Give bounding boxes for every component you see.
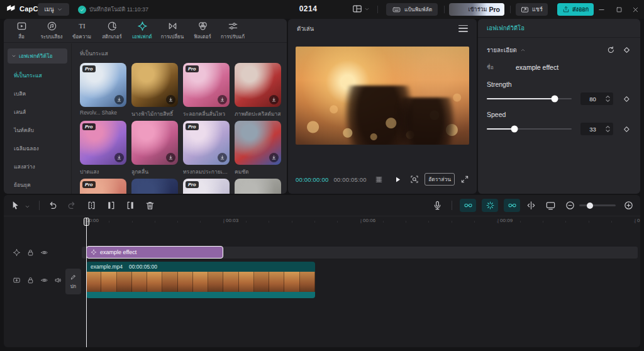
sidebar-item[interactable]: ไนท์คลับ [4,121,71,139]
cover-button[interactable]: ปก [65,269,81,294]
visibility-icon[interactable] [40,248,48,257]
effect-thumbnail[interactable] [131,121,178,165]
redo-icon[interactable] [67,200,77,211]
effect-thumbnail[interactable]: Pro [183,121,230,165]
effect-thumbnail[interactable] [235,179,281,194]
sidebar-group-video-effects[interactable]: เอฟเฟกต์วิดีโอ [8,48,67,64]
snap-toggle[interactable] [460,199,476,212]
delete-icon[interactable] [145,200,155,211]
inspector-tab[interactable]: เอฟเฟกต์วิดีโอ [478,19,640,38]
join-pro-button[interactable]: เข้าร่วมPro [449,3,504,16]
effect-card[interactable]: นางฟ้าไม้กายสิทธิ์ [131,63,178,120]
keyframe-icon[interactable] [622,125,631,134]
effect-thumbnail[interactable] [235,121,281,165]
video-clip[interactable]: example.mp4 00:00:05:00 [86,262,315,298]
effect-card[interactable]: Pro [80,179,126,194]
play-button[interactable] [394,176,402,184]
stepper-icon[interactable] [605,125,611,133]
effect-thumbnail[interactable]: Pro [183,63,230,107]
split-icon[interactable] [86,200,97,211]
tab-effects[interactable]: เอฟเฟกต์ [127,19,157,43]
select-tool-icon[interactable] [10,200,21,211]
window-close-button[interactable] [630,4,640,14]
download-button[interactable] [114,153,124,162]
slider-track[interactable] [487,98,572,100]
collapse-icon[interactable] [520,47,526,53]
zoom-slider-thumb[interactable] [587,203,593,209]
download-button[interactable] [166,153,175,162]
ripple-icon[interactable] [526,200,536,211]
tab-transition[interactable]: การเปลี่ยน [157,19,187,43]
effect-card[interactable]: คมชัด [235,121,281,177]
download-button[interactable] [218,95,227,104]
tab-adjust[interactable]: การปรับแก้ [218,19,248,43]
sidebar-item[interactable]: แสงสว่าง [4,157,71,176]
download-button[interactable] [269,153,279,162]
effect-thumbnail[interactable]: Pro [183,179,230,194]
effect-card[interactable]: Pro ปาดแสง [80,121,126,177]
tab-text[interactable]: TI ข้อความ [67,19,97,43]
visibility-icon[interactable] [40,276,48,284]
playhead-handle[interactable] [84,218,89,226]
slider-thumb[interactable] [551,96,558,103]
slider-thumb[interactable] [511,126,518,133]
download-button[interactable] [218,153,227,162]
zoom-in-icon[interactable] [623,200,634,211]
menu-button[interactable]: เมนู [38,3,69,16]
sidebar-item[interactable]: เบสิค [4,84,71,103]
effect-thumbnail[interactable] [131,179,178,194]
effect-card[interactable]: ลูกคลื่น [131,121,178,177]
effect-thumbnail[interactable] [235,63,281,107]
timeline-zoom-slider[interactable] [579,204,616,206]
preview-quality-icon[interactable] [410,175,419,184]
keyframe-icon[interactable] [622,45,631,55]
effect-thumbnail[interactable]: Pro [80,179,126,194]
preview-axis-toggle[interactable] [482,199,498,212]
tab-sticker[interactable]: สติกเกอร์ [97,19,127,43]
mute-icon[interactable] [54,276,62,284]
window-minimize-button[interactable] [596,4,606,14]
export-button[interactable]: ส่งออก [557,3,594,16]
download-button[interactable] [269,95,279,104]
slider-track[interactable] [487,128,572,130]
effect-card[interactable] [235,179,281,194]
delete-right-icon[interactable] [125,200,136,211]
sidebar-item[interactable]: เฉลิมฉลอง [4,139,71,157]
timeline-ruler[interactable]: 00:00|00:03|00:06|00:09|0 [4,216,640,226]
lock-icon[interactable] [26,248,35,257]
keyframe-icon[interactable] [622,94,631,104]
effect-thumbnail[interactable]: Pro [80,121,126,165]
tab-audio[interactable]: ระบบเสียง [36,19,67,43]
slider-value-box[interactable]: 33 [580,123,614,135]
effect-thumbnail[interactable]: Pro [80,63,126,107]
download-button[interactable] [114,95,124,104]
tab-media[interactable]: สื่อ [6,19,36,43]
delete-left-icon[interactable] [106,200,116,211]
effect-card[interactable]: ภาพตัดปะคริสต์มาส [235,63,281,120]
effect-card[interactable]: Pro ระลอกคลื่นสั่นไหว [183,63,230,120]
slider-value-box[interactable]: 80 [580,92,614,105]
frame-grid-icon[interactable] [374,176,384,184]
layout-button[interactable] [352,4,370,14]
effect-card[interactable]: Pro [183,179,230,194]
fullscreen-icon[interactable] [460,175,469,184]
player-menu-icon[interactable] [458,25,468,32]
link-toggle[interactable] [504,199,520,212]
ratio-button[interactable]: อัตราส่วน [425,173,455,186]
effect-card[interactable] [131,179,178,194]
lock-icon[interactable] [26,276,35,284]
video-preview[interactable] [296,47,469,145]
sidebar-item[interactable]: เลนส์ [4,103,71,121]
stepper-icon[interactable] [605,94,611,103]
window-maximize-button[interactable] [614,4,624,14]
record-voiceover-icon[interactable] [432,200,443,211]
zoom-out-icon[interactable] [565,200,575,211]
playhead[interactable] [86,218,87,347]
shortcuts-button[interactable]: แป้นพิมพ์ลัด [386,3,438,16]
effect-thumbnail[interactable] [131,63,178,107]
share-button[interactable]: แชร์ [516,3,548,16]
effect-card[interactable]: Pro Revolv... Shake [80,63,126,120]
effect-clip[interactable]: example effect [86,246,223,259]
reset-icon[interactable] [606,45,616,55]
undo-icon[interactable] [47,200,58,211]
